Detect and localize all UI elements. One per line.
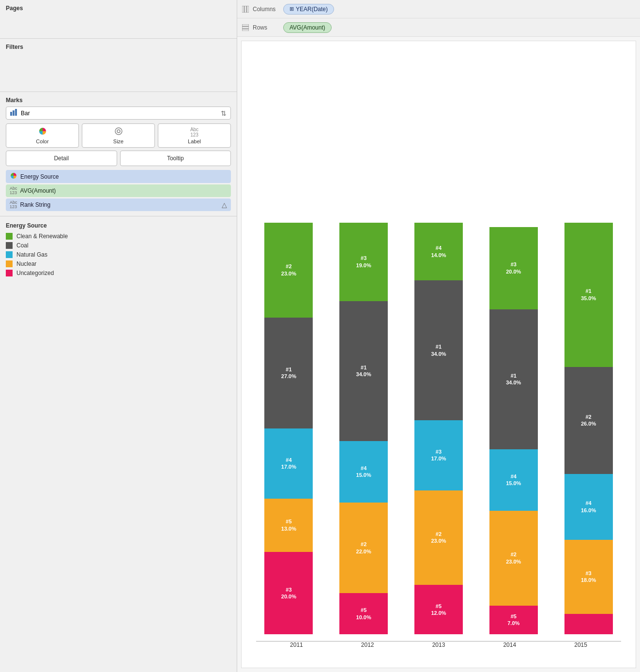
- tooltip-button[interactable]: Tooltip: [120, 151, 231, 166]
- avg-amount-field[interactable]: Abc123 AVG(Amount): [6, 184, 231, 197]
- bar-segment-5: [564, 614, 613, 635]
- filters-section: Filters: [0, 39, 237, 92]
- svg-rect-2: [15, 109, 17, 116]
- svg-rect-8: [244, 6, 246, 13]
- svg-rect-1: [13, 110, 15, 116]
- stacked-bar-2011[interactable]: #320.0%#513.0%#417.0%#127.0%#223.0%: [264, 223, 313, 634]
- rank-string-label: Rank String: [20, 201, 51, 208]
- marks-buttons-row1: Color Size Abc123 Label: [6, 123, 231, 148]
- bar-segment-5: #512.0%: [414, 585, 463, 634]
- pages-title: Pages: [6, 5, 231, 12]
- columns-label: Columns: [253, 6, 279, 13]
- filters-title: Filters: [6, 44, 231, 50]
- label-button-label: Label: [188, 138, 201, 144]
- svg-point-5: [117, 130, 120, 133]
- bar-segment-1: #134.0%: [339, 301, 388, 441]
- columns-icon: [242, 6, 249, 13]
- x-axis-label-2013: 2013: [403, 641, 474, 648]
- legend-item-uncategorized[interactable]: Uncategorized: [6, 270, 231, 276]
- legend-section: Energy Source Clean & Renewable Coal Nat…: [0, 216, 237, 285]
- detail-button[interactable]: Detail: [6, 151, 117, 166]
- rows-label: Rows: [253, 24, 279, 31]
- bar-segment-1: #134.0%: [489, 309, 538, 449]
- bar-segment-2: #223.0%: [489, 511, 538, 606]
- marks-buttons-row2: Detail Tooltip: [6, 151, 231, 166]
- uncategorized-label: Uncategorized: [16, 270, 54, 276]
- bar-group-2015: #318.0%#416.0%#226.0%#135.0%: [556, 223, 621, 634]
- marks-fields: Energy Source Abc123 AVG(Amount) Abc123 …: [6, 170, 231, 211]
- stacked-bar-2014[interactable]: #57.0%#223.0%#415.0%#134.0%#320.0%: [489, 227, 538, 635]
- avg-amount-abc-icon: Abc123: [10, 186, 17, 195]
- bar-segment-1: #135.0%: [564, 223, 613, 367]
- coal-label: Coal: [16, 242, 29, 249]
- svg-point-4: [115, 128, 122, 135]
- svg-rect-0: [10, 112, 12, 116]
- bar-segment-4: #415.0%: [489, 449, 538, 511]
- bar-segment-2: #226.0%: [564, 367, 613, 474]
- svg-rect-10: [242, 24, 249, 26]
- right-panel: Columns ⊞ YEAR(Date) Rows AVG(Amount) #3…: [237, 0, 640, 672]
- bar-segment-2: #222.0%: [339, 503, 388, 593]
- bar-segment-3: #318.0%: [564, 540, 613, 614]
- bar-segment-2: #223.0%: [264, 223, 313, 318]
- bar-segment-3: #320.0%: [489, 227, 538, 309]
- bar-chart-icon: [10, 109, 18, 117]
- svg-rect-7: [242, 6, 244, 13]
- bars-container: #320.0%#513.0%#417.0%#127.0%#223.0%#510.…: [256, 51, 621, 639]
- label-button[interactable]: Abc123 Label: [158, 123, 231, 148]
- marks-type-label: Bar: [21, 110, 221, 117]
- detail-button-label: Detail: [54, 155, 69, 162]
- legend-item-coal[interactable]: Coal: [6, 242, 231, 249]
- stacked-bar-2013[interactable]: #512.0%#223.0%#317.0%#134.0%#414.0%: [414, 223, 463, 634]
- marks-type-dropdown[interactable]: Bar ⇅: [6, 107, 231, 120]
- nuclear-swatch: [6, 260, 13, 267]
- bar-segment-4: #416.0%: [564, 474, 613, 540]
- x-axis-label-2014: 2014: [474, 641, 545, 648]
- x-axis-label-2015: 2015: [545, 641, 616, 648]
- legend-item-nuclear[interactable]: Nuclear: [6, 260, 231, 267]
- delta-icon: △: [222, 201, 227, 209]
- bar-segment-1: #134.0%: [414, 280, 463, 420]
- energy-source-label: Energy Source: [20, 173, 59, 180]
- stacked-bar-2015[interactable]: #318.0%#416.0%#226.0%#135.0%: [564, 223, 613, 634]
- marks-section: Marks Bar ⇅: [0, 92, 237, 216]
- energy-source-icon: [10, 172, 17, 181]
- color-button[interactable]: Color: [6, 123, 79, 148]
- marks-title: Marks: [6, 97, 231, 104]
- stacked-bar-2012[interactable]: #510.0%#222.0%#415.0%#134.0%#319.0%: [339, 223, 388, 634]
- natural-gas-label: Natural Gas: [16, 251, 47, 258]
- uncategorized-swatch: [6, 270, 13, 276]
- pages-section: Pages: [0, 0, 237, 39]
- bar-segment-1: #127.0%: [264, 318, 313, 429]
- avg-amount-label: AVG(Amount): [20, 187, 56, 194]
- x-axis: 20112012201320142015: [256, 641, 621, 648]
- nuclear-label: Nuclear: [16, 260, 36, 267]
- bar-segment-5: #510.0%: [339, 593, 388, 634]
- natural-gas-swatch: [6, 251, 13, 258]
- clean-renewable-swatch: [6, 233, 13, 240]
- columns-year-label: YEAR(Date): [296, 6, 328, 13]
- bar-group-2012: #510.0%#222.0%#415.0%#134.0%#319.0%: [331, 223, 396, 634]
- svg-rect-11: [242, 27, 249, 29]
- color-button-label: Color: [36, 138, 48, 144]
- coal-swatch: [6, 242, 13, 249]
- legend-item-natural-gas[interactable]: Natural Gas: [6, 251, 231, 258]
- size-button[interactable]: Size: [82, 123, 155, 148]
- dropdown-arrow-icon: ⇅: [221, 109, 227, 117]
- rows-avg-pill[interactable]: AVG(Amount): [283, 22, 332, 33]
- x-axis-label-2011: 2011: [261, 641, 332, 648]
- color-icon: [8, 127, 76, 137]
- rows-icon: [242, 24, 249, 31]
- columns-year-pill[interactable]: ⊞ YEAR(Date): [283, 4, 334, 15]
- bar-segment-5: #57.0%: [489, 606, 538, 635]
- bar-segment-2: #223.0%: [414, 490, 463, 585]
- bar-segment-4: #414.0%: [414, 223, 463, 280]
- left-panel: Pages Filters Marks Bar ⇅: [0, 0, 237, 672]
- rank-string-abc-icon: Abc123: [10, 200, 17, 209]
- energy-source-field[interactable]: Energy Source: [6, 170, 231, 183]
- rank-string-field[interactable]: Abc123 Rank String △: [6, 199, 231, 211]
- svg-rect-12: [242, 29, 249, 31]
- bar-group-2014: #57.0%#223.0%#415.0%#134.0%#320.0%: [481, 227, 546, 635]
- bar-segment-3: #319.0%: [339, 223, 388, 301]
- legend-item-clean[interactable]: Clean & Renewable: [6, 233, 231, 240]
